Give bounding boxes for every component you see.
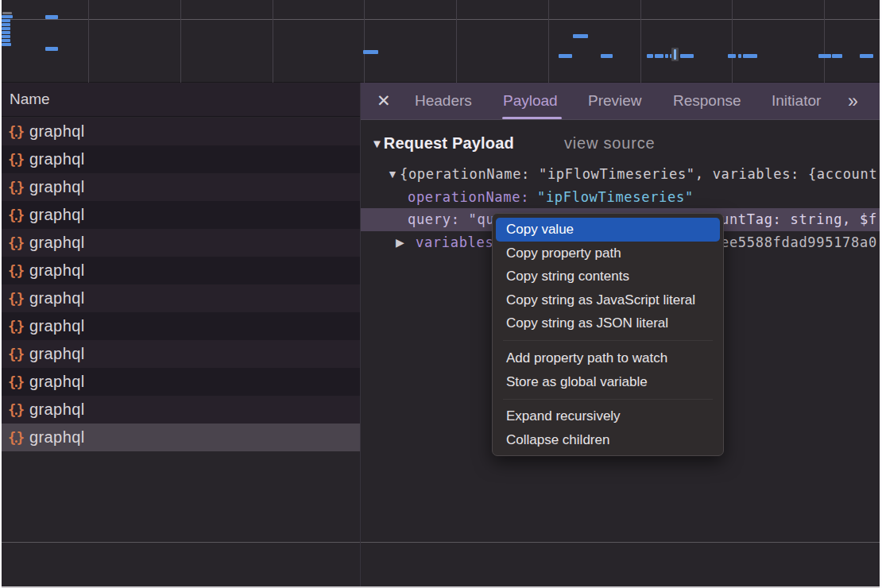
page-edge-left [0, 0, 2, 588]
request-name: graphql [29, 428, 85, 447]
timeline-request-bar [45, 15, 58, 19]
devtools-network-panel: Name {}graphql{}graphql{}graphql{}graphq… [0, 0, 882, 588]
timeline-request-bar [680, 54, 694, 58]
timeline-vertical-gridline [732, 0, 733, 83]
timeline-request-bar [665, 54, 668, 58]
request-payload-section[interactable]: ▼ Request Payload [371, 131, 514, 155]
timeline-request-bar [2, 35, 10, 38]
menu-item-store-as-global-variable[interactable]: Store as global variable [493, 370, 723, 394]
timeline-request-bar [2, 15, 13, 18]
menu-item-expand-recursively[interactable]: Expand recursively [493, 404, 723, 428]
expand-caret-icon[interactable]: ▶ [396, 231, 404, 254]
payload-operation-row[interactable]: operationName: "ipFlowTimeseries" [361, 186, 880, 209]
request-name: graphql [29, 122, 85, 141]
timeline-request-bar [2, 19, 10, 22]
menu-item-copy-string-as-javascript-literal[interactable]: Copy string as JavaScript literal [493, 288, 723, 312]
timeline-request-bar [2, 23, 10, 26]
request-name: graphql [29, 345, 85, 363]
name-column-header[interactable]: Name [2, 83, 360, 117]
timeline-request-bar [818, 54, 831, 58]
request-row[interactable]: {}graphql [2, 396, 360, 424]
json-file-icon: {} [8, 180, 29, 195]
request-row[interactable]: {}graphql [2, 340, 360, 368]
context-menu: Copy valueCopy property pathCopy string … [492, 213, 724, 456]
variables-key: variables [416, 231, 493, 254]
request-name: graphql [29, 150, 85, 168]
timeline-request-bar [2, 12, 12, 14]
timeline-request-bar [738, 54, 741, 58]
network-requests-panel: Name {}graphql{}graphql{}graphql{}graphq… [2, 83, 360, 586]
timeline-request-bar [647, 54, 653, 58]
request-row[interactable]: {}graphql [2, 145, 360, 173]
timeline-vertical-gridline [273, 0, 273, 83]
timeline-vertical-gridline [364, 0, 365, 83]
menu-item-copy-value[interactable]: Copy value [496, 218, 720, 242]
timeline-request-bar [743, 54, 757, 58]
request-row[interactable]: {}graphql [2, 312, 360, 340]
menu-item-copy-string-contents[interactable]: Copy string contents [493, 265, 723, 288]
request-row[interactable]: {}graphql [2, 201, 360, 229]
request-name: graphql [29, 289, 85, 308]
request-row[interactable]: {}graphql [2, 173, 360, 201]
menu-item-copy-property-path[interactable]: Copy property path [493, 242, 723, 265]
query-key: query: "qu [408, 208, 494, 231]
payload-preview-row[interactable]: ▼ {operationName: "ipFlowTimeseries", va… [361, 163, 880, 186]
menu-item-add-property-path-to-watch[interactable]: Add property path to watch [493, 346, 723, 370]
request-row[interactable]: {}graphql [2, 368, 360, 396]
timeline-vertical-gridline [548, 0, 549, 83]
tab-response[interactable]: Response [673, 83, 741, 119]
more-tabs-icon[interactable]: » [848, 83, 858, 119]
network-overview-timeline[interactable] [0, 0, 880, 83]
timeline-vertical-gridline [88, 0, 89, 83]
json-file-icon: {} [8, 124, 29, 140]
json-file-icon: {} [8, 235, 29, 251]
detail-tabbar: ✕ » HeadersPayloadPreviewResponseInitiat… [361, 83, 880, 120]
json-file-icon: {} [8, 291, 29, 307]
request-name: graphql [29, 317, 85, 335]
timeline-vertical-gridline [640, 0, 641, 83]
footer-separator [2, 542, 880, 543]
timeline-vertical-gridline [824, 0, 825, 83]
timeline-request-bar [674, 49, 676, 60]
timeline-request-bar [728, 54, 736, 58]
json-file-icon: {} [8, 207, 29, 223]
payload-preview-text: {operationName: "ipFlowTimeseries", vari… [400, 163, 877, 186]
request-name: graphql [29, 178, 85, 196]
json-file-icon: {} [8, 430, 29, 446]
timeline-request-bar [363, 50, 378, 54]
tab-headers[interactable]: Headers [415, 83, 472, 119]
json-file-icon: {} [8, 346, 29, 362]
request-row[interactable]: {}graphql [2, 257, 360, 284]
request-name: graphql [29, 373, 85, 391]
request-row[interactable]: {}graphql [2, 118, 360, 145]
timeline-request-bar [559, 54, 572, 58]
timeline-vertical-gridline [180, 0, 181, 83]
menu-item-collapse-children[interactable]: Collapse children [493, 428, 723, 452]
request-name: graphql [29, 234, 85, 252]
request-name: graphql [29, 261, 85, 280]
tab-payload[interactable]: Payload [503, 83, 558, 119]
close-icon[interactable]: ✕ [377, 83, 391, 119]
request-row[interactable]: {}graphql [2, 424, 360, 451]
panel-splitter[interactable] [360, 83, 361, 586]
json-file-icon: {} [8, 263, 29, 279]
json-file-icon: {} [8, 402, 29, 418]
section-collapse-caret[interactable]: ▼ [371, 137, 383, 150]
request-name: graphql [29, 206, 85, 224]
tab-initiator[interactable]: Initiator [772, 83, 821, 119]
expand-caret-icon[interactable]: ▼ [387, 163, 399, 186]
operation-value: "ipFlowTimeseries" [537, 186, 694, 209]
menu-item-copy-string-as-json-literal[interactable]: Copy string as JSON literal [493, 311, 723, 335]
timeline-request-bar [2, 27, 10, 30]
menu-separator [503, 399, 713, 400]
timeline-request-bar [2, 31, 10, 34]
timeline-request-bar [860, 54, 873, 58]
tab-preview[interactable]: Preview [588, 83, 642, 119]
timeline-horizontal-gridline [0, 19, 880, 20]
request-list: {}graphql{}graphql{}graphql{}graphql{}gr… [2, 118, 360, 451]
timeline-request-bar [573, 34, 588, 38]
view-source-link[interactable]: view source [564, 131, 655, 155]
request-row[interactable]: {}graphql [2, 229, 360, 257]
request-row[interactable]: {}graphql [2, 284, 360, 312]
json-file-icon: {} [8, 374, 29, 390]
